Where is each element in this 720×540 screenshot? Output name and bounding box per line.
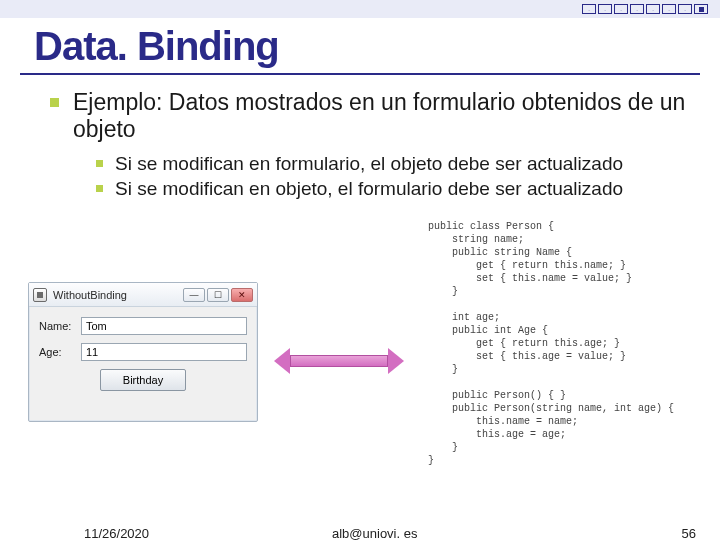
name-label: Name:: [39, 320, 81, 332]
slide: . . . . . . . Data. Binding Ejemplo: Dat…: [0, 0, 720, 540]
arrow-shaft: [290, 355, 388, 367]
sub-bullets: Si se modifican en formulario, el objeto…: [50, 153, 692, 200]
bullet-text: Si se modifican en objeto, el formulario…: [115, 178, 623, 200]
window-buttons: — ☐ ✕: [183, 288, 253, 302]
nav-dot-icon[interactable]: .: [598, 4, 612, 14]
body: Ejemplo: Datos mostrados en un formulari…: [0, 75, 720, 200]
nav-group-1: . . . . .: [582, 4, 660, 14]
minimize-button[interactable]: —: [183, 288, 205, 302]
nav-stop-icon[interactable]: [694, 4, 708, 14]
name-field[interactable]: [81, 317, 247, 335]
footer-date: 11/26/2020: [84, 526, 149, 540]
square-bullet-icon: [50, 98, 59, 107]
age-label: Age:: [39, 346, 81, 358]
button-row: Birthday: [39, 369, 247, 391]
page-title: Data. Binding: [0, 18, 720, 69]
birthday-button[interactable]: Birthday: [100, 369, 186, 391]
two-way-arrow-icon: [274, 348, 404, 374]
bullet-level2: Si se modifican en formulario, el objeto…: [96, 153, 692, 175]
close-button[interactable]: ✕: [231, 288, 253, 302]
nav-controls: . . . . . . .: [582, 4, 708, 14]
bullet-text: Si se modifican en formulario, el objeto…: [115, 153, 623, 175]
figures: WithoutBinding — ☐ ✕ Name: Age: Birthday: [0, 270, 720, 470]
arrow-head-right-icon: [388, 348, 404, 374]
footer-page-number: 56: [682, 526, 696, 540]
form-row-name: Name:: [39, 317, 247, 335]
square-bullet-icon: [96, 160, 103, 167]
app-icon: [33, 288, 47, 302]
bullet-level2: Si se modifican en objeto, el formulario…: [96, 178, 692, 200]
nav-dot-icon[interactable]: .: [630, 4, 644, 14]
age-field[interactable]: [81, 343, 247, 361]
nav-group-2: . .: [662, 4, 708, 14]
nav-dot-icon[interactable]: .: [646, 4, 660, 14]
bullet-text: Ejemplo: Datos mostrados en un formulari…: [73, 89, 692, 143]
square-bullet-icon: [96, 185, 103, 192]
form: Name: Age: Birthday: [29, 307, 257, 397]
window-title: WithoutBinding: [53, 289, 127, 301]
titlebar: WithoutBinding — ☐ ✕: [29, 283, 257, 307]
nav-dot-icon[interactable]: .: [582, 4, 596, 14]
nav-dot-icon[interactable]: .: [678, 4, 692, 14]
form-row-age: Age:: [39, 343, 247, 361]
nav-dot-icon[interactable]: .: [614, 4, 628, 14]
code-snippet: public class Person { string name; publi…: [428, 220, 674, 467]
maximize-button[interactable]: ☐: [207, 288, 229, 302]
bullet-level1: Ejemplo: Datos mostrados en un formulari…: [50, 89, 692, 143]
nav-dot-icon[interactable]: .: [662, 4, 676, 14]
arrow-head-left-icon: [274, 348, 290, 374]
example-window: WithoutBinding — ☐ ✕ Name: Age: Birthday: [28, 282, 258, 422]
footer-email: alb@uniovi. es: [332, 526, 417, 540]
